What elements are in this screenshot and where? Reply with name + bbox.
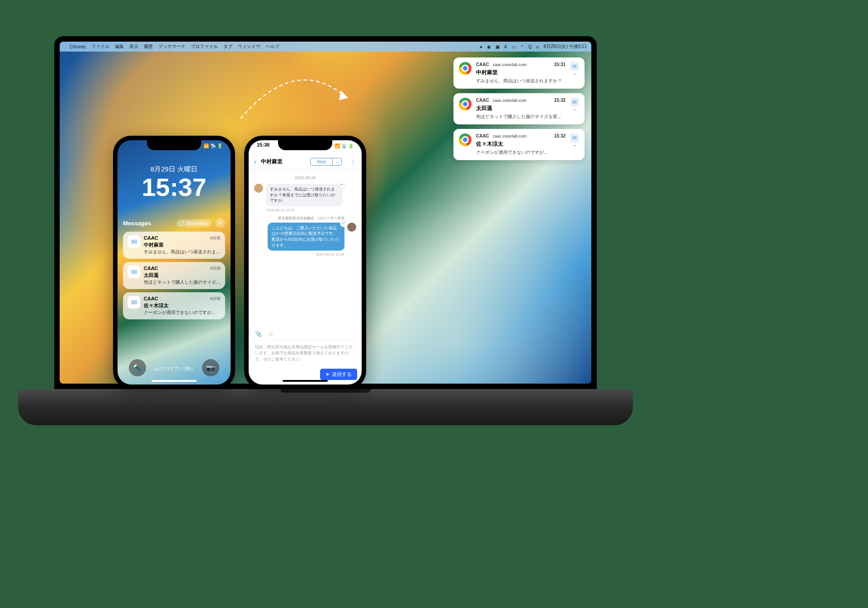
more-button[interactable]: ⋮: [350, 158, 356, 166]
contact-name: 中村麻里: [261, 158, 283, 166]
search-icon[interactable]: Q: [528, 44, 532, 49]
notif-sender: 太田遥: [476, 104, 566, 112]
home-indicator[interactable]: [283, 380, 328, 382]
menu-file[interactable]: ファイル: [91, 43, 109, 50]
chevron-down-icon: ⌄: [333, 159, 341, 165]
menubar-datetime[interactable]: 8月29日(火) 午後3:11: [543, 43, 587, 50]
status-icon[interactable]: ◉: [487, 44, 491, 49]
desktop-notification[interactable]: CAACcaac.cresclab.com15:31 中村麻里 すみません、商品…: [453, 57, 585, 89]
battery-icon[interactable]: ▭: [512, 44, 516, 49]
control-center-icon[interactable]: ⎚: [536, 44, 539, 49]
avatar: [254, 184, 263, 193]
status-icon[interactable]: ▣: [495, 44, 500, 49]
home-indicator[interactable]: [151, 380, 197, 382]
app-icon: ✉: [127, 266, 140, 278]
chrome-icon: [459, 98, 472, 110]
send-icon: ➤: [326, 371, 330, 377]
agent-label: 東京都世田谷区旗艦店 CSリーダー井沢: [254, 216, 344, 221]
chrome-icon: [459, 62, 472, 75]
send-button[interactable]: ➤ 送信する: [320, 369, 357, 380]
app-icon: ✉: [570, 98, 579, 107]
phone-lockscreen: 📶📡🔋 8月29日 火曜日 15:37 Messages ⌃Show less …: [113, 136, 235, 389]
status-icon[interactable]: ●: [480, 44, 482, 49]
message-outgoing[interactable]: こんにちは。ご購入いただいた商品は1〜2営業日以内に配送予定です。配送から5日以…: [268, 223, 344, 251]
status-time: 15:38: [257, 142, 269, 149]
app-icon: ✉: [570, 62, 579, 71]
desktop-notification[interactable]: CAACcaac.cresclab.com15:32 太田遥 先ほどネットで購入…: [453, 93, 585, 124]
chevron-up-icon[interactable]: ⌃: [573, 109, 576, 114]
lock-time: 15:37: [118, 175, 231, 200]
menu-edit[interactable]: 編集: [115, 43, 124, 50]
signal-icon: 📶: [203, 143, 209, 148]
menu-profile[interactable]: プロファイル: [191, 43, 218, 50]
menu-tab[interactable]: タブ: [223, 43, 232, 50]
lock-notification[interactable]: ✉ CAAC6分前 太田遥 先ほどネットで購入した服のサイズを変...: [123, 262, 225, 289]
chat-header: ‹ 中村麻里 New ⌄ ⋮: [249, 154, 362, 170]
lock-notification[interactable]: ✉ CAAC6分前 佐々木涼太 クーポンが適用できないのですが...: [123, 292, 225, 319]
notif-sender: 中村麻里: [476, 69, 566, 76]
emoji-button[interactable]: ☺: [268, 331, 274, 337]
battery-icon: 🔋: [217, 143, 222, 148]
phone-chat-app: 15:38📶📡🔋 ‹ 中村麻里 New ⌄ ⋮ 2023-08-29 すみません…: [244, 136, 366, 389]
chevron-up-icon[interactable]: ⌃: [573, 73, 576, 78]
menu-history[interactable]: 履歴: [144, 43, 153, 50]
chevron-up-icon: ⌃: [181, 221, 185, 226]
macos-menubar: Chrome ファイル 編集 表示 履歴 ブックマーク プロファイル タブ ウィ…: [60, 42, 591, 52]
signal-icon: 📶: [335, 143, 340, 148]
menu-view[interactable]: 表示: [129, 43, 138, 50]
notif-group-title: Messages: [123, 220, 151, 227]
lock-notification[interactable]: ✉ CAAC6分前 中村麻里 すみません、商品はいつ発送されますか？: [123, 232, 225, 259]
camera-button[interactable]: 📷: [202, 359, 219, 376]
status-tag-dropdown[interactable]: New ⌄: [310, 158, 342, 166]
timestamp: 2023-08-29 15:31: [266, 208, 356, 212]
menu-bookmarks[interactable]: ブックマーク: [158, 43, 185, 50]
notif-message: クーポンが適用できないのですが...: [476, 149, 566, 156]
reply-icon[interactable]: ↩: [340, 220, 347, 227]
flashlight-button[interactable]: 🔦: [129, 359, 146, 376]
app-icon: ✉: [127, 296, 140, 309]
menubar-app-name[interactable]: Chrome: [70, 44, 86, 49]
chevron-up-icon[interactable]: ⌃: [573, 144, 576, 149]
app-icon: ✉: [570, 133, 579, 142]
app-icon: ✉: [127, 235, 140, 248]
back-button[interactable]: ‹: [254, 158, 256, 166]
notif-sender: 佐々木涼太: [476, 140, 566, 148]
notif-message: 先ほどネットで購入した服のサイズを変...: [476, 114, 566, 120]
close-button[interactable]: ✕: [215, 218, 225, 228]
notif-message: すみません、商品はいつ発送されますか？: [476, 78, 566, 84]
input-icon[interactable]: A: [504, 44, 507, 49]
show-less-button[interactable]: ⌃Show less: [177, 219, 212, 227]
wifi-icon: 📡: [341, 143, 347, 148]
avatar: [347, 223, 356, 232]
battery-icon: 🔋: [348, 143, 354, 148]
attachment-button[interactable]: 📎: [255, 331, 262, 337]
wifi-icon: 📡: [210, 143, 216, 148]
message-incoming[interactable]: すみません、商品はいつ発送されますか？来週までには受け取りたいのですが。 ↩: [266, 184, 343, 206]
reply-icon[interactable]: ↩: [338, 181, 345, 188]
chat-date: 2023-08-29: [254, 176, 356, 180]
flow-arrow: [231, 64, 358, 128]
menu-help[interactable]: ヘルプ: [266, 43, 279, 50]
message-input[interactable]: 現在、即出荷可能な在庫品限定セールを実施中でございます。お得でな商品を多数取り揃…: [253, 340, 357, 366]
desktop-notification[interactable]: CAACcaac.cresclab.com15:32 佐々木涼太 クーポンが適用…: [453, 129, 585, 160]
wifi-icon[interactable]: ⌃: [520, 44, 524, 49]
menu-window[interactable]: ウィンドウ: [238, 43, 260, 50]
chrome-icon: [459, 133, 472, 146]
timestamp: 2023-08-29 15:44: [254, 252, 344, 256]
